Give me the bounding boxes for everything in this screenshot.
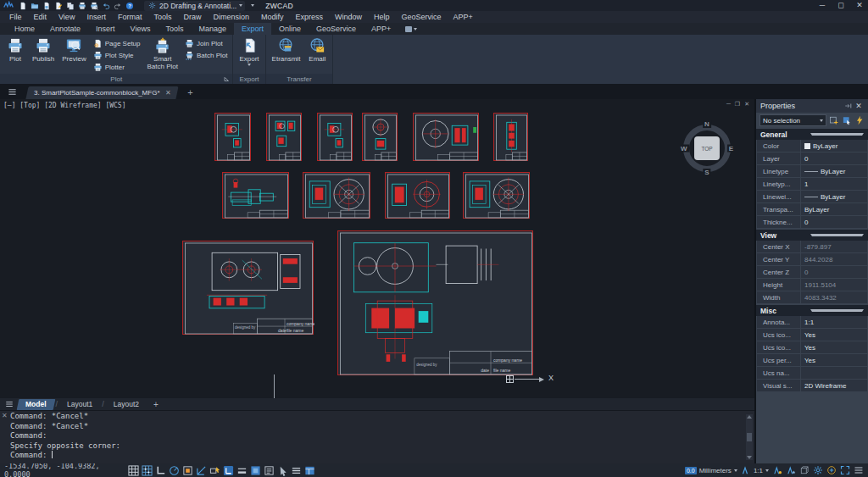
redo-icon[interactable] <box>113 1 123 10</box>
viewport-controls[interactable]: [—] [Top] [2D Wireframe] [WCS] <box>3 102 126 109</box>
menu-app[interactable]: APP+ <box>448 11 479 23</box>
quick-select-icon[interactable] <box>828 115 839 126</box>
ribbon-tab-home[interactable]: Home <box>7 23 42 35</box>
command-close-icon[interactable]: ✕ <box>2 412 8 419</box>
viewport-close-icon[interactable]: ✕ <box>744 101 749 108</box>
ribbon-tab-insert[interactable]: Insert <box>88 23 123 35</box>
button-plot-style[interactable]: Plot Style <box>91 50 143 60</box>
print-preview-icon[interactable] <box>89 1 99 10</box>
save-icon[interactable] <box>42 1 52 10</box>
menu-edit[interactable]: Edit <box>28 11 53 23</box>
new-file-icon[interactable] <box>18 1 28 10</box>
property-value[interactable]: 2D Wireframe <box>801 380 867 391</box>
ribbon-tab-export[interactable]: Export <box>234 23 271 35</box>
button-preview[interactable]: Preview <box>58 36 89 74</box>
layout-tabs-menu-icon[interactable] <box>3 400 16 408</box>
menu-file[interactable]: File <box>3 11 28 23</box>
dock-panel-icon[interactable] <box>843 102 854 110</box>
button-plotter[interactable]: Plotter <box>91 62 143 72</box>
new-tab-button[interactable]: + <box>187 87 192 97</box>
property-value[interactable]: -879.897 <box>801 241 867 252</box>
menu-format[interactable]: Format <box>112 11 148 23</box>
menu-dimension[interactable]: Dimension <box>207 11 255 23</box>
button-plot[interactable]: Plot <box>3 36 28 74</box>
drawing-sheet-2[interactable] <box>266 113 302 161</box>
settings-gear-icon[interactable] <box>812 465 823 476</box>
property-value[interactable]: Yes <box>801 329 867 341</box>
minimize-button[interactable]: ─ <box>817 0 827 11</box>
drawing-sheet-8[interactable] <box>303 172 370 219</box>
help-icon[interactable]: ? <box>125 1 135 10</box>
drawing-sheet-6[interactable] <box>493 113 528 161</box>
workspace-selector[interactable]: 2D Drafting & Annotati... <box>144 1 245 11</box>
button-batch-plot[interactable]: Batch Plot <box>182 50 230 60</box>
compass-north[interactable]: N <box>703 120 711 128</box>
property-value[interactable]: 1 <box>801 178 867 190</box>
annotation-scale-icon[interactable] <box>740 465 751 476</box>
close-icon[interactable]: ✕ <box>165 89 171 97</box>
object-snap-tracking-toggle[interactable] <box>195 464 208 476</box>
menu-draw[interactable]: Draw <box>177 11 207 23</box>
ortho-toggle[interactable] <box>154 464 167 476</box>
drawing-sheet-5[interactable] <box>413 113 479 161</box>
quick-properties-toggle[interactable] <box>263 464 275 476</box>
dynamic-ucs-toggle[interactable] <box>222 464 235 476</box>
drawing-canvas[interactable]: [—] [Top] [2D Wireframe] [WCS] ─ ❐ ✕ N S… <box>0 99 754 398</box>
unit-precision-badge[interactable]: 0.0 <box>685 467 697 474</box>
drawing-sheet-7[interactable] <box>222 172 289 219</box>
section-header-general[interactable]: General <box>756 129 868 140</box>
command-line-window[interactable]: ✕ Command: *Cancel*Command: *Cancel*Comm… <box>0 410 754 463</box>
polar-tracking-toggle[interactable] <box>168 464 181 476</box>
button-page-setup[interactable]: Page Setup <box>91 38 143 48</box>
menu-help[interactable]: Help <box>368 11 396 23</box>
ribbon-options[interactable] <box>405 26 417 32</box>
button-smart-batch-plot[interactable]: Smart Batch Plot <box>144 36 181 74</box>
drawing-sheet-4[interactable] <box>362 113 398 161</box>
property-value[interactable]: 0 <box>801 153 867 164</box>
button-export[interactable]: Export <box>236 36 262 74</box>
workspace-switch-toggle[interactable] <box>303 464 316 476</box>
undo-icon[interactable] <box>101 1 111 10</box>
property-value[interactable]: Yes <box>801 341 867 353</box>
save-as-icon[interactable] <box>53 1 64 10</box>
ribbon-tab-annotate[interactable]: Annotate <box>42 23 88 35</box>
units-label[interactable]: Millimeters <box>699 467 732 474</box>
scroll-up-icon[interactable] <box>747 415 752 419</box>
property-value[interactable] <box>801 367 867 379</box>
snap-toggle[interactable] <box>141 464 153 476</box>
viewport-restore-icon[interactable]: ❐ <box>735 101 740 108</box>
chevron-down-icon[interactable] <box>765 469 769 472</box>
property-value[interactable]: ByLayer <box>801 203 867 215</box>
section-header-misc[interactable]: Misc <box>756 305 868 316</box>
button-email[interactable]: Email <box>304 36 330 74</box>
button-publish[interactable]: Publish <box>29 36 58 74</box>
property-value[interactable]: 1:1 <box>801 316 867 328</box>
command-scrollbar[interactable] <box>746 414 753 460</box>
compass-east[interactable]: E <box>727 145 735 153</box>
menu-insert[interactable]: Insert <box>81 11 112 23</box>
dialog-launcher-icon[interactable] <box>224 76 230 84</box>
property-value[interactable]: 844.2028 <box>801 253 867 265</box>
button-etransmit[interactable]: Etransmit <box>269 36 304 74</box>
drawing-sheet-10[interactable] <box>463 172 530 219</box>
menu-window[interactable]: Window <box>329 11 368 23</box>
doc-tabs-menu-icon[interactable] <box>3 85 20 98</box>
chevron-down-icon[interactable] <box>734 469 737 472</box>
layout-tab-layout1[interactable]: Layout1 <box>59 399 100 410</box>
close-button[interactable]: ✕ <box>854 0 865 11</box>
layout-tab-model[interactable]: Model <box>17 399 55 410</box>
object-snap-toggle[interactable] <box>181 464 194 476</box>
new-layout-button[interactable]: + <box>148 400 164 409</box>
property-value[interactable]: ByLayer <box>801 191 867 202</box>
menu-express[interactable]: Express <box>290 11 330 23</box>
drawing-sheet-12[interactable]: designed bycompany namedatefile name <box>337 230 533 375</box>
drawing-sheet-3[interactable] <box>317 113 353 161</box>
scroll-down-icon[interactable] <box>747 456 752 459</box>
document-tab[interactable]: 3. SmartPlotSample-commonblock_MFG* ✕ <box>25 86 178 99</box>
drawing-sheet-1[interactable] <box>214 113 251 161</box>
select-objects-icon[interactable] <box>841 115 852 126</box>
menu-geoservice[interactable]: GeoService <box>396 11 448 23</box>
ribbon-tab-online[interactable]: Online <box>271 23 309 35</box>
print-icon[interactable] <box>77 1 87 10</box>
compass-south[interactable]: S <box>703 169 710 176</box>
